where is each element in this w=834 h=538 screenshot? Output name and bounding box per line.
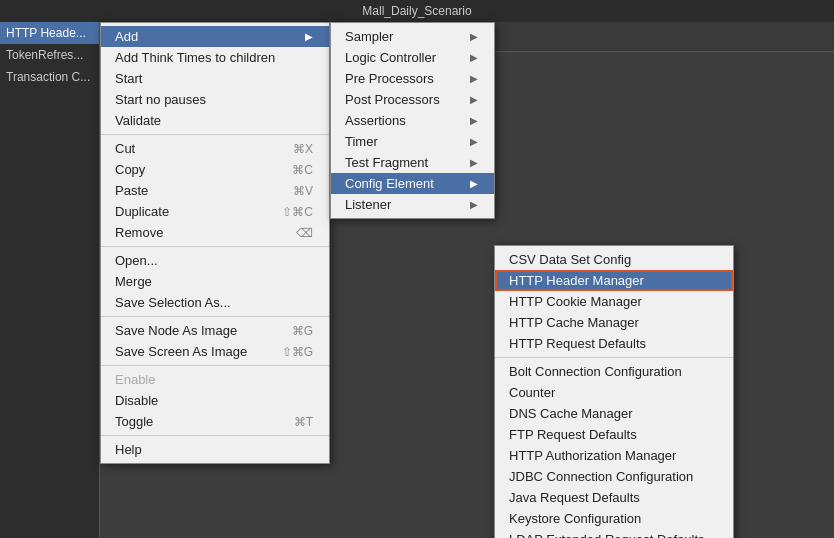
menu-item-start[interactable]: Start: [101, 68, 329, 89]
menu-item-enable: Enable: [101, 369, 329, 390]
menu-item-http-request-defaults[interactable]: HTTP Request Defaults: [495, 333, 733, 354]
submenu-arrow-config: ▶: [470, 178, 478, 189]
menu-item-java-request-defaults[interactable]: Java Request Defaults: [495, 487, 733, 508]
tree-panel: HTTP Heade... TokenRefres... Transaction…: [0, 22, 100, 538]
menu-item-http-auth-manager[interactable]: HTTP Authorization Manager: [495, 445, 733, 466]
submenu-arrow-sampler: ▶: [470, 31, 478, 42]
menu-item-duplicate[interactable]: Duplicate ⇧⌘C: [101, 201, 329, 222]
menu-item-assertions[interactable]: Assertions ▶: [331, 110, 494, 131]
context-menu-l1: Add ▶ Add Think Times to children Start …: [100, 22, 330, 464]
menu-item-http-cookie-manager[interactable]: HTTP Cookie Manager: [495, 291, 733, 312]
menu-item-remove[interactable]: Remove ⌫: [101, 222, 329, 243]
menu-item-ldap-extended[interactable]: LDAP Extended Request Defaults: [495, 529, 733, 538]
submenu-arrow-test-fragment: ▶: [470, 157, 478, 168]
menu-l3-sep-1: [495, 357, 733, 358]
menu-item-add-think-times[interactable]: Add Think Times to children: [101, 47, 329, 68]
tree-item-transaction[interactable]: Transaction C...: [0, 66, 99, 88]
menu-item-merge[interactable]: Merge: [101, 271, 329, 292]
menu-item-bolt-connection[interactable]: Bolt Connection Configuration: [495, 361, 733, 382]
menu-item-sampler[interactable]: Sampler ▶: [331, 26, 494, 47]
submenu-arrow-post: ▶: [470, 94, 478, 105]
menu-sep-1: [101, 134, 329, 135]
menu-item-http-cache-manager[interactable]: HTTP Cache Manager: [495, 312, 733, 333]
menu-item-paste[interactable]: Paste ⌘V: [101, 180, 329, 201]
menu-item-save-node-image[interactable]: Save Node As Image ⌘G: [101, 320, 329, 341]
menu-item-copy[interactable]: Copy ⌘C: [101, 159, 329, 180]
context-menu-l3: CSV Data Set Config HTTP Header Manager …: [494, 245, 734, 538]
title-bar: Mall_Daily_Scenario: [0, 0, 834, 22]
submenu-arrow-timer: ▶: [470, 136, 478, 147]
menu-item-counter[interactable]: Counter: [495, 382, 733, 403]
menu-item-ftp-request-defaults[interactable]: FTP Request Defaults: [495, 424, 733, 445]
menu-item-logic-controller[interactable]: Logic Controller ▶: [331, 47, 494, 68]
submenu-arrow-pre: ▶: [470, 73, 478, 84]
menu-item-pre-processors[interactable]: Pre Processors ▶: [331, 68, 494, 89]
menu-item-config-element[interactable]: Config Element ▶: [331, 173, 494, 194]
menu-sep-5: [101, 435, 329, 436]
menu-item-test-fragment[interactable]: Test Fragment ▶: [331, 152, 494, 173]
tree-item-tokenrefresh[interactable]: TokenRefres...: [0, 44, 99, 66]
submenu-arrow-assertions: ▶: [470, 115, 478, 126]
title-bar-title: Mall_Daily_Scenario: [362, 4, 471, 18]
menu-item-toggle[interactable]: Toggle ⌘T: [101, 411, 329, 432]
menu-item-add[interactable]: Add ▶: [101, 26, 329, 47]
menu-item-csv-data-set[interactable]: CSV Data Set Config: [495, 249, 733, 270]
menu-item-post-processors[interactable]: Post Processors ▶: [331, 89, 494, 110]
menu-item-keystore-config[interactable]: Keystore Configuration: [495, 508, 733, 529]
context-menu-l2: Sampler ▶ Logic Controller ▶ Pre Process…: [330, 22, 495, 219]
menu-item-save-selection-as[interactable]: Save Selection As...: [101, 292, 329, 313]
tree-item-http-header[interactable]: HTTP Heade...: [0, 22, 99, 44]
menu-item-start-no-pauses[interactable]: Start no pauses: [101, 89, 329, 110]
menu-sep-4: [101, 365, 329, 366]
menu-item-save-screen-image[interactable]: Save Screen As Image ⇧⌘G: [101, 341, 329, 362]
menu-item-open[interactable]: Open...: [101, 250, 329, 271]
submenu-arrow-listener: ▶: [470, 199, 478, 210]
menu-item-validate[interactable]: Validate: [101, 110, 329, 131]
menu-sep-3: [101, 316, 329, 317]
menu-sep-2: [101, 246, 329, 247]
menu-item-disable[interactable]: Disable: [101, 390, 329, 411]
submenu-arrow-add: ▶: [305, 31, 313, 42]
menu-item-listener[interactable]: Listener ▶: [331, 194, 494, 215]
menu-item-dns-cache-manager[interactable]: DNS Cache Manager: [495, 403, 733, 424]
menu-item-timer[interactable]: Timer ▶: [331, 131, 494, 152]
menu-item-cut[interactable]: Cut ⌘X: [101, 138, 329, 159]
menu-item-help[interactable]: Help: [101, 439, 329, 460]
menu-item-jdbc-connection[interactable]: JDBC Connection Configuration: [495, 466, 733, 487]
menu-item-http-header-manager[interactable]: HTTP Header Manager: [495, 270, 733, 291]
submenu-arrow-logic: ▶: [470, 52, 478, 63]
